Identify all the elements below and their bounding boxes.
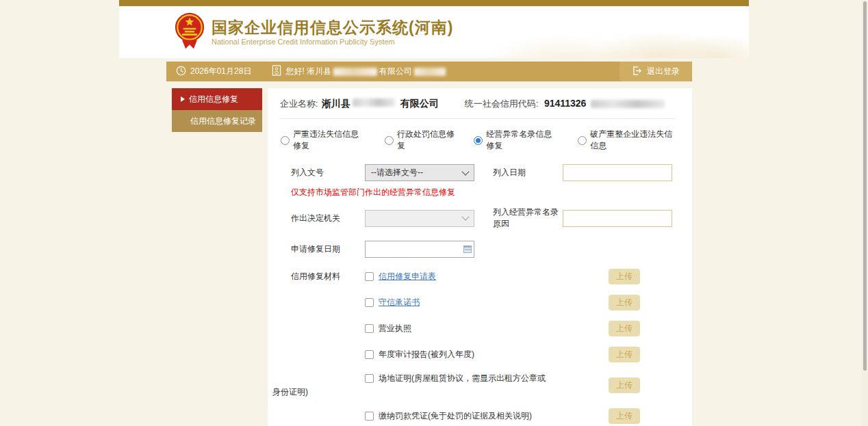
material-row-business-license: 营业执照 上传 [365,321,678,336]
logout-button[interactable]: 退出登录 [620,62,692,81]
date-section: 2026年01月28日 [176,66,251,78]
materials-label: 信用修复材料 [291,271,365,282]
greeting-suffix: 有限公司 [379,66,412,77]
upload-button[interactable]: 上传 [609,269,640,284]
top-accent-strip [119,0,749,6]
current-date: 2026年01月28日 [190,66,251,77]
credit-code-value: 91411326 [544,98,587,109]
user-id-icon [272,65,281,78]
radio-serious-violation[interactable]: 严重违法失信信息修复 [281,129,366,152]
radio-abnormal-operation[interactable]: 经营异常名录信息修复 [474,129,559,152]
sidebar-item-label: 信用信息修复记录 [190,110,256,132]
repair-form: 列入文号 --请选择文号-- 列入日期 仅支持市场监管部门作出的经营异常信息修复… [291,164,678,426]
upload-button[interactable]: 上传 [609,295,640,310]
greeting-prefix: 您好! 淅川县 [285,66,331,77]
content-panel: 企业名称: 淅川县 有限公司 统一社会信用代码: 91411326 严重违法失信… [268,88,692,426]
credit-code-group: 统一社会信用代码: 91411326 [465,98,667,110]
materials-list: 信用修复申请表 上传 守信承诺书 上传 [365,269,678,426]
site-title-block: 国家企业信用信息公示系统(河南) National Enterprise Cre… [212,18,453,46]
list-date-label: 列入日期 [493,167,563,178]
national-emblem-logo [174,12,205,52]
sidebar-item-repair-records[interactable]: 信用信息修复记录 [172,110,262,132]
sidebar-item-label: 信用信息修复 [189,88,238,110]
sidebar-item-credit-repair[interactable]: 信用信息修复 [172,88,262,110]
company-name-label: 企业名称: [280,98,318,110]
clock-icon [176,66,186,78]
chevron-down-icon [461,168,469,175]
credit-code-label: 统一社会信用代码: [465,98,539,109]
greeting-text: 您好! 淅川县 有限公司 [285,66,448,77]
calendar-icon[interactable] [463,245,472,255]
redacted-company-name-part [353,98,395,107]
material-label: 缴纳罚款凭证(免于处罚的证据及相关说明) [379,410,532,422]
upload-button[interactable]: 上传 [609,321,640,336]
material-row-site-certificate: 场地证明(房屋租赁协议，需显示出租方公章或 身份证明) 上传 [365,373,678,398]
redacted-company-name [333,68,377,76]
material-label: 营业执照 [379,323,411,334]
material-row-fine-receipt: 缴纳罚款凭证(免于处罚的证据及相关说明) 上传 [365,408,678,424]
radio-bankruptcy-reorg[interactable]: 破产重整企业违法失信信息 [578,129,678,152]
authority-label: 作出决定机关 [291,213,365,224]
radio-label: 严重违法失信信息修复 [293,129,366,152]
main-area: 信用信息修复 信用信息修复记录 企业名称: 淅川县 有限公司 统一社会信用代码:… [119,81,749,426]
company-name-prefix: 淅川县 [322,98,350,110]
material-link-commitment-letter[interactable]: 守信承诺书 [379,297,420,308]
divider [280,118,676,119]
form-row-authority-reason: 作出决定机关 列入经营异常名录原因 [291,207,678,230]
material-link-application-form[interactable]: 信用修复申请表 [379,271,436,282]
radio-admin-penalty[interactable]: 行政处罚信息修复 [385,129,455,152]
company-name-suffix: 有限公司 [400,98,439,110]
apply-date-input[interactable] [365,241,474,258]
sidebar: 信用信息修复 信用信息修复记录 [172,88,262,132]
radio-label: 行政处罚信息修复 [397,129,455,152]
material-label: 场地证明(房屋租赁协议，需显示出租方公章或 [379,373,546,384]
repair-type-radio-group: 严重违法失信信息修复 行政处罚信息修复 经营异常名录信息修复 破产重整企业违法失… [276,129,678,152]
reason-input[interactable] [563,210,672,227]
list-date-input[interactable] [563,164,672,181]
repair-notice: 仅支持市场监管部门作出的经营异常信息修复 [291,187,678,198]
material-label: 年度审计报告(被列入年度) [379,349,474,360]
checkbox-icon[interactable] [365,412,374,421]
chevron-down-icon [461,213,469,220]
form-row-docno-date: 列入文号 --请选择文号-- 列入日期 [291,164,678,181]
logout-label: 退出登录 [647,66,680,77]
radio-circle-icon[interactable] [385,136,394,145]
doc-no-selected-value: --请选择文号-- [371,167,423,178]
checkbox-icon[interactable] [365,350,374,359]
active-arrow-icon [181,96,185,102]
redacted-credit-code-part [591,100,665,108]
doc-no-label: 列入文号 [291,167,365,178]
radio-circle-icon[interactable] [578,136,587,145]
apply-date-label: 申请修复日期 [291,243,365,255]
scrollbar[interactable] [862,0,868,426]
checkbox-icon[interactable] [365,272,374,281]
authority-select[interactable] [365,210,474,227]
logout-icon [632,66,642,78]
checkbox-icon[interactable] [365,298,374,307]
material-label-wrap: 身份证明) [272,386,308,398]
upload-button[interactable]: 上传 [609,377,640,393]
page-container: 国家企业信用信息公示系统(河南) National Enterprise Cre… [119,0,749,426]
reason-label: 列入经营异常名录原因 [493,207,563,230]
material-row-application-form: 信用修复申请表 上传 [365,269,678,284]
company-info-row: 企业名称: 淅川县 有限公司 统一社会信用代码: 91411326 [276,98,678,110]
site-title: 国家企业信用信息公示系统(河南) [212,18,453,36]
doc-no-select[interactable]: --请选择文号-- [365,164,474,181]
user-bar: 2026年01月28日 您好! 淅川县 有限公司 退出登录 [166,62,692,81]
materials-section: 信用修复材料 信用修复申请表 上传 守信承诺书 [291,269,678,426]
radio-circle-icon[interactable] [281,136,290,145]
site-subtitle: National Enterprise Credit Information P… [212,38,453,46]
scrollbar-thumb[interactable] [863,1,867,371]
material-row-audit-report: 年度审计报告(被列入年度) 上传 [365,347,678,362]
form-row-apply-date: 申请修复日期 [291,241,678,258]
checkbox-icon[interactable] [365,324,374,333]
radio-circle-icon-checked[interactable] [474,136,483,145]
upload-button[interactable]: 上传 [609,408,640,424]
radio-label: 破产重整企业违法失信信息 [590,129,678,152]
site-header: 国家企业信用信息公示系统(河南) National Enterprise Cre… [119,6,749,58]
checkbox-icon[interactable] [365,374,374,383]
redacted-user-name [414,68,446,76]
upload-button[interactable]: 上传 [609,347,640,362]
apply-date-wrap [365,241,474,258]
material-row-commitment-letter: 守信承诺书 上传 [365,295,678,310]
